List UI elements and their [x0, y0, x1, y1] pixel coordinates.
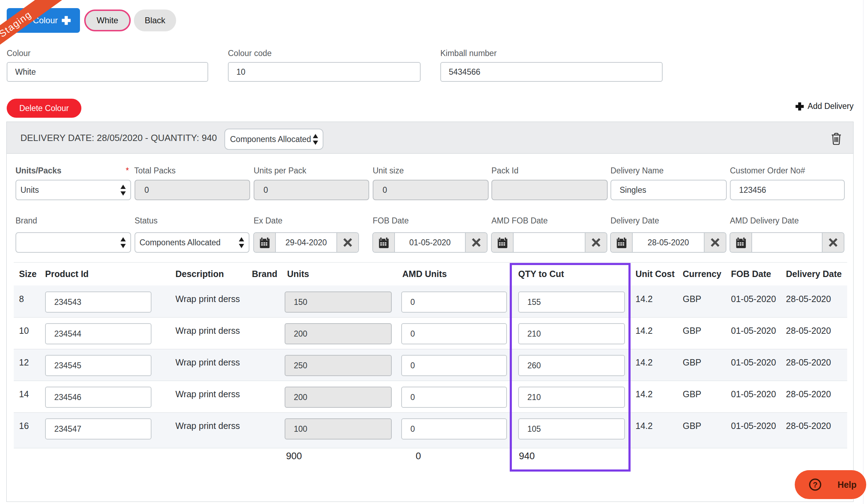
svg-text:?: ?: [813, 480, 818, 489]
